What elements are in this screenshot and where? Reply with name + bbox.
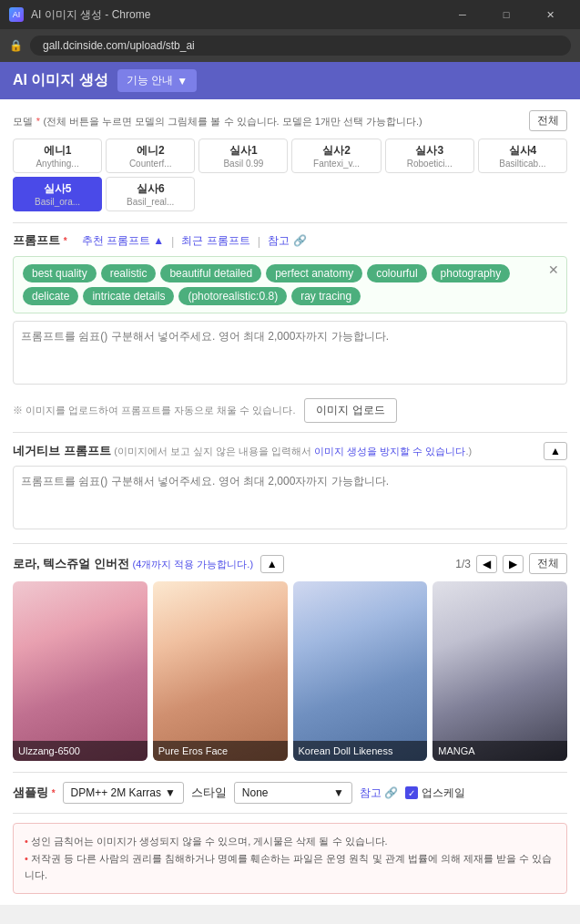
- model-card-실사1[interactable]: 실사1Basil 0.99: [198, 139, 288, 173]
- tag-beautiful-detailed[interactable]: beautiful detailed: [160, 264, 261, 282]
- model-card-실사5[interactable]: 실사5Basil_ora...: [13, 177, 102, 211]
- model-section: 모델 * (전체 버튼을 누르면 모델의 그림체를 볼 수 있습니다. 모델은 …: [13, 110, 567, 211]
- notice-line-1: • 성인 금칙어는 이미지가 생성되지 않을 수 있으며, 게시물은 삭제 될 …: [25, 833, 555, 850]
- model-card-실사2[interactable]: 실사2Fantexi_v...: [291, 139, 381, 173]
- style-label: 스타일: [191, 785, 227, 801]
- lora-toggle-button[interactable]: ▲: [260, 555, 284, 573]
- negative-section: 네거티브 프롬프트 (이미지에서 보고 싶지 않은 내용을 입력해서 이미지 생…: [13, 442, 567, 532]
- lora-next-button[interactable]: ▶: [503, 555, 524, 573]
- prompt-section: 프롬프트 * 추천 프롬프트 ▲ | 최근 프롬프트 | 참고 🔗 best q…: [13, 232, 567, 387]
- lora-all-button[interactable]: 전체: [529, 553, 567, 574]
- model-all-button[interactable]: 전체: [529, 110, 567, 131]
- titlebar: AI AI 이미지 생성 - Chrome ─ □ ✕: [0, 0, 580, 29]
- upscale-checkbox-box: ✓: [405, 786, 418, 799]
- recent-prompt-tab[interactable]: 최근 프롬프트: [181, 233, 249, 249]
- model-card-실사3[interactable]: 실사3Roboetici...: [385, 139, 474, 173]
- style-select[interactable]: None ▼: [234, 782, 352, 804]
- tag-best-quality[interactable]: best quality: [23, 264, 97, 282]
- sampling-section: 샘플링 * DPM++ 2M Karras ▼ 스타일 None ▼ 참고 🔗 …: [13, 782, 567, 804]
- sampling-label: 샘플링 *: [13, 785, 56, 801]
- upscale-checkbox[interactable]: ✓ 업스케일: [405, 785, 465, 801]
- lora-card-Pure-Eros-Face[interactable]: Pure Eros Face: [153, 581, 288, 761]
- app-icon: AI: [9, 7, 24, 22]
- lock-icon: 🔒: [9, 39, 23, 52]
- main-content: 모델 * (전체 버튼을 누르면 모델의 그림체를 볼 수 있습니다. 모델은 …: [0, 99, 580, 905]
- lora-grid: Ulzzang-6500 Pure Eros Face Korean Doll …: [13, 581, 567, 761]
- tag-intricate-details[interactable]: intricate details: [83, 287, 174, 305]
- close-tags-button[interactable]: ✕: [548, 262, 559, 277]
- upload-note: ※ 이미지를 업로드하여 프롬프트를 자동으로 채울 수 있습니다.: [13, 404, 295, 417]
- upload-row: ※ 이미지를 업로드하여 프롬프트를 자동으로 채울 수 있습니다. 이미지 업…: [13, 398, 567, 423]
- page-title: AI 이미지 생성: [13, 71, 108, 90]
- model-label: 모델 * (전체 버튼을 누르면 모델의 그림체를 볼 수 있습니다. 모델은 …: [13, 114, 422, 128]
- tag-realistic[interactable]: realistic: [101, 264, 157, 282]
- model-card-에니1[interactable]: 에니1Anything...: [13, 139, 102, 173]
- tag-photography[interactable]: photography: [432, 264, 511, 282]
- lora-label: 로라, 텍스쥬얼 인버전 (4개까지 적용 가능합니다.) ▲: [13, 555, 284, 573]
- notice-line-2: • 저작권 등 다른 사람의 권리를 침해하거나 명예를 훼손하는 파일은 운영…: [25, 850, 555, 884]
- window-controls[interactable]: ─ □ ✕: [442, 0, 571, 29]
- window-title: AI 이미지 생성 - Chrome: [31, 7, 150, 23]
- negative-toggle-button[interactable]: ▲: [544, 442, 567, 460]
- tag--photorealistic-0-8-[interactable]: (photorealistic:0.8): [178, 287, 287, 305]
- lora-section: 로라, 텍스쥬얼 인버전 (4개까지 적용 가능합니다.) ▲ 1/3 ◀ ▶ …: [13, 553, 567, 761]
- lora-card-MANGA[interactable]: MANGA: [432, 581, 567, 761]
- addressbar: 🔒 gall.dcinside.com/upload/stb_ai: [0, 29, 580, 62]
- tag-ray-tracing[interactable]: ray tracing: [291, 287, 361, 305]
- tag-delicate[interactable]: delicate: [23, 287, 78, 305]
- topnav: AI 이미지 생성 기능 안내 ▼: [0, 62, 580, 99]
- reference-prompt-tab[interactable]: 참고 🔗: [268, 233, 306, 249]
- minimize-button[interactable]: ─: [442, 0, 483, 29]
- lora-card-Korean-Doll-Likeness[interactable]: Korean Doll Likeness: [293, 581, 428, 761]
- model-card-에니2[interactable]: 에니2Counterf...: [106, 139, 195, 173]
- lora-page-info: 1/3: [455, 558, 471, 570]
- tag-box: best qualityrealisticbeautiful detailedp…: [13, 256, 567, 313]
- guide-button[interactable]: 기능 안내 ▼: [117, 69, 197, 92]
- lora-navigation: 1/3 ◀ ▶ 전체: [455, 553, 567, 574]
- prompt-label: 프롬프트 *: [13, 232, 67, 249]
- negative-textarea[interactable]: [13, 466, 567, 529]
- sampler-select[interactable]: DPM++ 2M Karras ▼: [63, 782, 184, 804]
- negative-label: 네거티브 프롬프트 (이미지에서 보고 싶지 않은 내용을 입력해서 이미지 생…: [13, 443, 472, 459]
- url-bar[interactable]: gall.dcinside.com/upload/stb_ai: [30, 36, 571, 56]
- model-grid: 에니1Anything...에니2Counterf...실사1Basil 0.9…: [13, 139, 567, 211]
- tags-container: best qualityrealisticbeautiful detailedp…: [23, 264, 557, 305]
- notice-box: • 성인 금칙어는 이미지가 생성되지 않을 수 있으며, 게시물은 삭제 될 …: [13, 823, 567, 894]
- tag-perfect-anatomy[interactable]: perfect anatomy: [266, 264, 362, 282]
- lora-prev-button[interactable]: ◀: [476, 555, 497, 573]
- maximize-button[interactable]: □: [485, 0, 527, 29]
- recommended-prompt-tab[interactable]: 추천 프롬프트 ▲: [82, 233, 165, 249]
- lora-card-Ulzzang-6500[interactable]: Ulzzang-6500: [13, 581, 148, 761]
- image-upload-button[interactable]: 이미지 업로드: [304, 398, 396, 423]
- tag-colourful[interactable]: colourful: [367, 264, 426, 282]
- prompt-textarea[interactable]: [13, 321, 567, 385]
- reference-link[interactable]: 참고 🔗: [360, 785, 398, 801]
- model-card-실사6[interactable]: 실사6Basil_real...: [106, 177, 195, 211]
- model-card-실사4[interactable]: 실사4Basilticab...: [478, 139, 567, 173]
- close-button[interactable]: ✕: [529, 0, 571, 29]
